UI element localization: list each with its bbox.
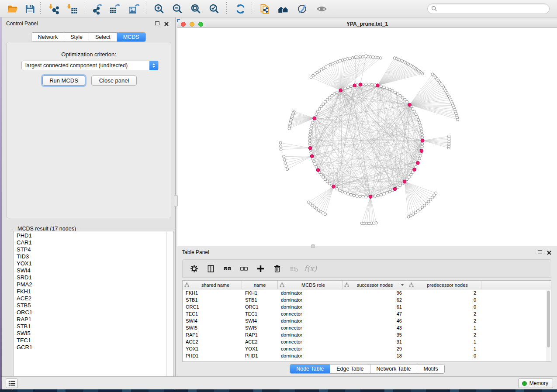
graph-node[interactable] [311,124,313,127]
graph-node[interactable] [410,173,412,176]
import-network-button[interactable] [45,1,61,16]
zoom-in-button[interactable] [151,1,167,16]
graph-node[interactable] [309,130,312,133]
table-cell[interactable]: dominator [278,331,343,338]
graph-satellite-node[interactable] [349,57,351,60]
table-cell[interactable]: 0 [407,303,481,310]
graph-node[interactable] [336,187,338,190]
export-image-button[interactable] [126,1,142,16]
optimization-criterion-select[interactable]: largest connected component (undirected) [21,61,159,70]
graph-hub-node[interactable] [403,180,406,183]
close-panel-button[interactable]: Close panel [91,76,137,86]
vizmapper-toggle-button[interactable] [294,1,310,16]
graph-node[interactable] [421,133,423,136]
graph-node[interactable] [413,110,415,113]
graph-satellite-node[interactable] [372,56,374,58]
table-cell[interactable]: 35 [343,331,407,338]
table-cell[interactable]: dominator [278,289,343,296]
graph-node[interactable] [328,182,331,185]
graph-satellite-node[interactable] [283,158,286,161]
column-header-MCDS-role[interactable]: MCDS role [278,281,343,289]
graph-node[interactable] [406,100,408,103]
add-column-button[interactable] [255,263,266,274]
table-cell[interactable]: dominator [278,352,343,359]
graph-node[interactable] [396,93,399,95]
graph-node[interactable] [396,186,399,189]
graph-satellite-node[interactable] [354,55,357,58]
column-header-successor-nodes[interactable]: successor nodes [343,281,407,289]
mcds-result-item[interactable]: SRD1 [14,274,167,281]
graph-node[interactable] [310,127,312,130]
graph-node[interactable] [420,127,422,130]
export-network-button[interactable] [89,1,105,16]
graph-hub-node[interactable] [359,83,362,86]
delete-column-button[interactable] [272,263,282,274]
graph-node[interactable] [388,190,391,193]
table-cell[interactable]: 29 [343,345,407,352]
graph-node[interactable] [326,180,329,183]
table-cell[interactable]: 47 [343,310,407,317]
table-cell[interactable]: ACE2 [242,338,278,345]
mcds-result-item[interactable]: STP4 [14,246,167,253]
graph-node[interactable] [383,193,385,195]
graph-node[interactable] [388,88,391,91]
vertical-splitter-grip[interactable] [174,195,178,206]
task-history-button[interactable] [6,378,18,388]
tab-motifs[interactable]: Motifs [417,364,444,373]
graph-node[interactable] [331,94,333,97]
search-input[interactable] [437,4,549,13]
graph-node[interactable] [365,83,367,86]
table-row[interactable]: ACE2ACE2connector311 [183,338,551,345]
mcds-result-item[interactable]: ACE2 [14,295,167,302]
graph-hub-node[interactable] [420,149,423,153]
graph-satellite-node[interactable] [351,56,354,59]
mcds-result-item[interactable]: CAR1 [14,239,167,246]
mcds-list-scrollbar[interactable] [166,231,174,389]
network-canvas[interactable] [177,28,557,246]
graph-node[interactable] [419,154,422,157]
graph-node[interactable] [344,192,346,194]
table-cell[interactable]: connector [278,345,343,352]
graph-node[interactable] [353,194,355,197]
graph-node[interactable] [349,193,352,196]
mcds-result-item[interactable]: RAP1 [14,316,167,323]
save-session-button[interactable] [22,1,38,16]
table-cell[interactable]: 2 [407,331,481,338]
export-table-button[interactable] [107,1,122,16]
graph-satellite-node[interactable] [282,155,285,158]
deselect-all-checkboxes-button[interactable] [239,263,249,274]
graph-hub-node[interactable] [310,155,314,158]
graph-hub-node[interactable] [393,187,397,191]
graph-satellite-node[interactable] [285,165,287,167]
table-row[interactable]: SWI4SWI4dominator462 [183,317,551,324]
graph-node[interactable] [341,190,344,193]
graph-hub-node[interactable] [416,161,420,165]
graph-node[interactable] [374,195,377,197]
graph-node[interactable] [318,108,321,110]
mcds-result-item[interactable]: PMA2 [14,281,167,288]
mcds-result-item[interactable]: SWI4 [14,267,167,274]
graph-node[interactable] [394,91,396,93]
table-cell[interactable]: SWI4 [183,317,242,324]
tab-edge-table[interactable]: Edge Table [330,364,370,373]
table-cell[interactable]: YOX1 [183,345,242,352]
graph-hub-node[interactable] [408,103,412,107]
graph-satellite-node[interactable] [361,55,364,58]
graph-satellite-node[interactable] [279,141,282,144]
table-cell[interactable]: dominator [278,296,343,303]
table-cell[interactable]: YOX1 [242,345,278,352]
zoom-out-button[interactable] [170,1,185,16]
clone-network-button[interactable] [257,1,273,16]
tab-select[interactable]: Select [89,33,117,41]
graph-node[interactable] [399,94,401,97]
mcds-result-item[interactable]: ORC1 [14,309,167,316]
graph-satellite-node[interactable] [324,213,326,216]
table-cell[interactable]: 18 [343,352,407,359]
table-cell[interactable]: 62 [343,296,407,303]
table-cell[interactable]: connector [278,324,343,331]
tab-node-table[interactable]: Node Table [290,364,330,373]
graph-node[interactable] [377,194,380,197]
graph-node[interactable] [324,178,326,181]
table-cell[interactable]: ACE2 [183,338,242,345]
table-cell[interactable]: STB1 [183,296,242,303]
